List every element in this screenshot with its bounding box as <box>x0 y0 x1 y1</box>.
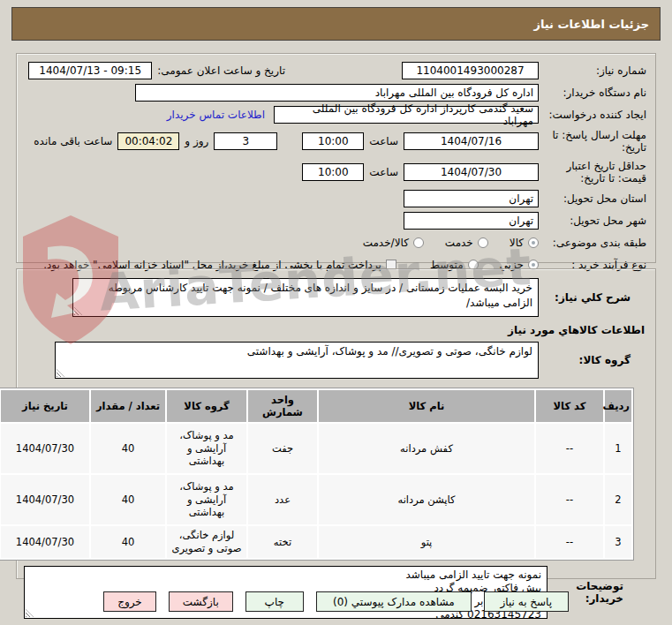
cell-quantity: 40 <box>91 475 165 524</box>
cell-item-code: -- <box>536 424 603 473</box>
cell-row-index: 2 <box>605 475 631 524</box>
province-label: استان محل تحویل: <box>539 192 646 205</box>
print-button[interactable]: چاپ <box>245 591 304 612</box>
cell-group: لوازم خانگی، صوتی و تصویری <box>167 526 246 558</box>
exit-button[interactable]: خروج <box>103 591 156 612</box>
goods-info-section-title: اطلاعات کالاهاي مورد نیاز <box>24 324 645 336</box>
cell-unit: جفت <box>248 424 317 473</box>
buyer-org-label: نام دستگاه خریدار: <box>539 87 646 99</box>
cell-unit: تخته <box>248 526 317 558</box>
deadline-hour-label: ساعت <box>369 135 398 147</box>
general-description-textarea[interactable]: خرید البسه عملیات زمستانی / در سایز و ان… <box>72 278 539 317</box>
category-option-goods-service-label: کالا/خدمت <box>363 237 409 249</box>
cell-item-name: کاپشن مردانه <box>319 475 534 524</box>
reply-deadline-date-field[interactable]: 1404/07/16 <box>404 132 539 150</box>
category-option-goods-label: کالا <box>510 237 524 249</box>
need-number-field[interactable]: 1104001493000287 <box>402 62 539 79</box>
goods-table: ردیف کد کالا نام کالا واحد شمارش گروه کا… <box>0 388 634 561</box>
validity-hour-label: ساعت <box>369 166 398 178</box>
hours-remaining-label: ساعت باقی مانده <box>34 135 112 147</box>
page-title: جزئیات اطلاعات نیاز <box>533 18 649 31</box>
city-label: شهر محل تحویل: <box>539 215 646 227</box>
general-description-label: شرح کلي نیاز: <box>539 291 630 304</box>
col-item-code: کد کالا <box>536 390 603 422</box>
reply-deadline-label: مهلت ارسال پاسخ: تا تاریخ: <box>539 129 646 154</box>
cell-group: مد و پوشاک، آرایشی و بهداشتی <box>167 424 246 473</box>
col-row-index: ردیف <box>605 390 631 422</box>
creator-label: ایجاد کننده درخواست: <box>539 109 646 121</box>
cell-item-name: پتو <box>319 526 534 558</box>
category-radio-goods[interactable] <box>528 237 539 248</box>
price-validity-date-field[interactable]: 1404/07/30 <box>404 163 539 181</box>
cell-need-date: 1404/07/30 <box>1 475 89 524</box>
price-validity-time-field[interactable]: 10:00 <box>302 163 364 181</box>
days-label: روز و <box>185 135 208 147</box>
cell-quantity: 40 <box>91 424 165 473</box>
city-field[interactable]: تهران <box>404 212 539 230</box>
creator-field[interactable]: سعید گندمی کارپرداز اداره کل فرودگاه بین… <box>274 106 539 124</box>
goods-group-textarea[interactable]: لوازم خانگی، صوتی و تصویری// مد و پوشاک،… <box>55 342 539 379</box>
goods-table-header-row: ردیف کد کالا نام کالا واحد شمارش گروه کا… <box>1 390 631 422</box>
category-option-service-label: خدمت <box>445 237 473 249</box>
table-row: 1 -- کفش مردانه جفت مد و پوشاک، آرایشی و… <box>1 424 631 473</box>
goods-group-label: گروه کالا: <box>539 354 630 366</box>
cell-row-index: 1 <box>605 424 631 473</box>
back-button[interactable]: بازگشت <box>169 591 233 612</box>
col-group: گروه کالا <box>167 390 246 422</box>
col-unit: واحد شمارش <box>248 390 317 422</box>
cell-quantity: 40 <box>91 526 165 558</box>
cell-row-index: 3 <box>605 526 631 558</box>
cell-item-name: کفش مردانه <box>319 424 534 473</box>
category-radio-service[interactable] <box>478 237 488 248</box>
cell-need-date: 1404/07/30 <box>1 424 89 473</box>
need-info-groupbox: شماره نیاز: 1104001493000287 تاریخ و ساع… <box>16 53 656 263</box>
reply-to-need-button[interactable]: پاسخ به نیاز <box>484 591 569 612</box>
cell-item-code: -- <box>536 475 603 524</box>
need-detail-groupbox: شرح کلي نیاز: خرید البسه عملیات زمستانی … <box>16 268 656 579</box>
col-quantity: تعداد / مقدار <box>91 390 165 422</box>
cell-unit: عدد <box>248 475 317 524</box>
cell-item-code: -- <box>536 526 603 558</box>
announce-datetime-field[interactable]: 1404/07/13 - 09:15 <box>28 62 152 79</box>
price-validity-label: حداقل تاریخ اعتبار قیمت: تا تاریخ: <box>539 160 646 185</box>
buyer-contact-link[interactable]: اطلاعات تماس خریدار <box>167 109 265 121</box>
buyer-org-field[interactable]: اداره کل فرودگاه بین المللی مهراباد <box>135 84 539 102</box>
days-remaining-field[interactable]: 3 <box>214 132 277 150</box>
view-attachments-button[interactable]: مشاهده مدارک پیوستي (0) <box>316 591 472 612</box>
category-radio-goods-service[interactable] <box>413 237 424 248</box>
col-need-date: تاریخ نیاز <box>1 390 89 422</box>
table-row: 3 -- پتو تخته لوازم خانگی، صوتی و تصویری… <box>1 526 631 558</box>
province-field[interactable]: تهران <box>404 190 539 207</box>
table-row: 2 -- کاپشن مردانه عدد مد و پوشاک، آرایشی… <box>1 475 631 524</box>
action-buttons-bar: پاسخ به نیاز مشاهده مدارک پیوستي (0) چاپ… <box>0 591 672 612</box>
col-item-name: نام کالا <box>319 390 534 422</box>
cell-need-date: 1404/07/30 <box>1 526 89 558</box>
need-number-label: شماره نیاز: <box>539 64 646 77</box>
countdown-timer: 00:04:02 <box>117 132 179 150</box>
cell-group: مد و پوشاک، آرایشی و بهداشتی <box>167 475 246 524</box>
reply-deadline-time-field[interactable]: 10:00 <box>302 132 364 150</box>
category-label: طبقه بندی موضوعی: <box>539 237 646 249</box>
announce-datetime-label: تاریخ و ساعت اعلان عمومی: <box>157 64 285 77</box>
window-titlebar: جزئیات اطلاعات نیاز <box>11 7 661 41</box>
